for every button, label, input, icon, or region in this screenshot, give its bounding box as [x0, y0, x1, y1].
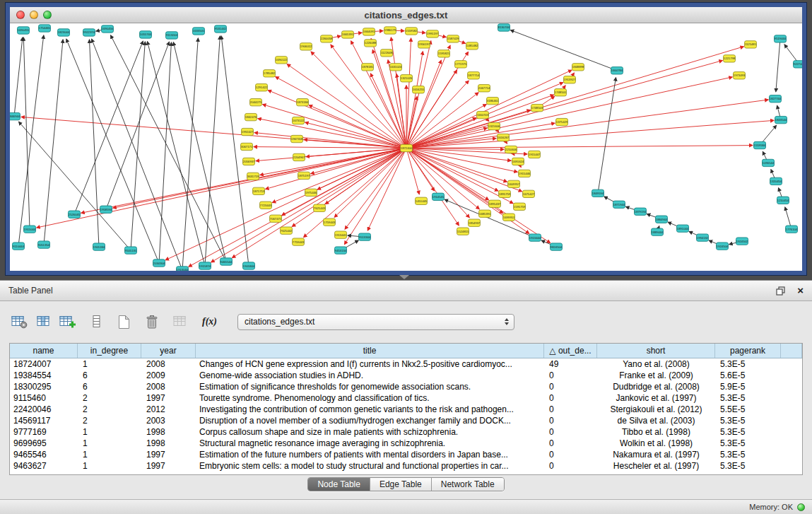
function-builder-button[interactable]: f(x) [199, 315, 220, 328]
network-node[interactable]: 1905844 [243, 262, 255, 269]
network-node[interactable]: 1958594 [100, 206, 112, 213]
network-node[interactable]: 1748503 [531, 104, 543, 111]
network-node[interactable]: 1055744 [140, 31, 152, 38]
column-header-2[interactable]: year [141, 344, 196, 358]
network-node[interactable]: 7759443 [293, 238, 305, 245]
network-node[interactable]: 1595821 [438, 50, 450, 57]
network-node[interactable]: 1915044 [24, 226, 36, 233]
network-node[interactable]: 1914545 [433, 193, 445, 200]
network-node[interactable]: 2034304 [153, 259, 165, 267]
network-node[interactable]: 9051354 [38, 241, 50, 248]
tab-node-table[interactable]: Node Table [308, 478, 370, 491]
tab-network-table[interactable]: Network Table [432, 478, 504, 491]
tab-edge-table[interactable]: Edge Table [370, 478, 432, 491]
network-node[interactable]: 1843544 [775, 116, 787, 123]
network-node[interactable]: 1846944 [10, 112, 20, 119]
network-node[interactable]: 2204967 [293, 153, 305, 160]
network-node[interactable]: 1690455 [18, 27, 30, 34]
window-zoom-button[interactable] [43, 11, 52, 19]
network-node[interactable]: 9922374 [83, 29, 95, 36]
network-node[interactable]: 1913927 [564, 76, 576, 83]
network-node[interactable]: 1849594 [592, 189, 604, 197]
network-node[interactable]: 1291422 [256, 84, 268, 91]
network-node[interactable]: 1905184 [93, 243, 105, 250]
splitter-handle[interactable] [399, 275, 409, 279]
network-node[interactable]: 1595759 [514, 203, 526, 210]
network-node[interactable]: 1321606 [488, 122, 500, 129]
table-row[interactable]: 1872400712008Changes of HCN gene express… [10, 358, 802, 370]
table-select[interactable]: citations_edges.txt [237, 314, 514, 330]
network-node[interactable]: 1878181 [362, 64, 374, 71]
network-node[interactable]: 1096544 [763, 159, 775, 166]
import-table-button[interactable] [170, 314, 192, 329]
network-node[interactable]: 1854937 [469, 219, 481, 226]
network-node[interactable]: 1913044 [177, 267, 189, 271]
network-node[interactable]: 1975446 [305, 189, 317, 196]
network-node[interactable]: 1609957 [508, 180, 520, 187]
network-node[interactable]: 1994132 [697, 234, 709, 241]
table-row[interactable]: 1938455462009Genome-wide association stu… [10, 370, 802, 381]
network-node[interactable]: 1884944 [656, 216, 668, 223]
network-node[interactable]: 1691624 [512, 158, 524, 165]
table-mode-button[interactable] [8, 314, 30, 329]
network-node[interactable]: 9465544 [220, 258, 233, 265]
table-row[interactable]: 2242004622012Investigating the contribut… [10, 404, 802, 415]
network-node[interactable]: 9110444 [13, 243, 25, 250]
network-node[interactable]: 1631024 [390, 64, 402, 71]
show-columns-button[interactable] [34, 314, 53, 329]
network-node[interactable]: 1913444 [529, 234, 541, 241]
network-node[interactable]: 8130744 [498, 24, 510, 31]
network-node[interactable]: 1913441 [335, 231, 347, 238]
table-row[interactable]: 1830029562008Estimation of significance … [10, 381, 802, 392]
window-close-button[interactable] [16, 11, 25, 19]
network-node[interactable]: 1481482 [466, 42, 478, 49]
network-node[interactable]: 2067714 [478, 85, 490, 92]
network-node[interactable]: 1633505 [193, 28, 205, 35]
network-node[interactable]: 1210454 [777, 197, 789, 204]
table-row[interactable]: 977716911998Corpus callosum shape and si… [10, 426, 802, 438]
network-node[interactable]: 1967318 [291, 135, 303, 142]
network-node[interactable]: 1664091 [363, 28, 375, 35]
network-node[interactable]: 7625442 [281, 227, 293, 234]
table-row[interactable]: 969969511998Structural magnetic resonanc… [10, 438, 802, 449]
column-header-4[interactable]: △ out_de... [544, 344, 597, 358]
table-row[interactable]: 1456911722003Disruption of a novel membe… [10, 415, 802, 426]
network-node[interactable]: 7625443 [314, 204, 326, 211]
network-node[interactable]: 1973493 [734, 72, 746, 79]
rows-button[interactable] [86, 314, 106, 329]
network-node[interactable]: 1524815 [457, 228, 469, 235]
network-node[interactable]: 1848898 [572, 64, 584, 71]
network-canvas[interactable]: 1872400190601216901221785482129142220442… [10, 23, 802, 271]
network-node[interactable]: 1754465 [39, 25, 51, 32]
network-node[interactable]: 1924502 [736, 238, 748, 245]
network-node[interactable]: 1690122 [276, 57, 288, 64]
network-node[interactable]: 1785482 [264, 70, 276, 77]
network-node[interactable]: 9824504 [551, 243, 563, 250]
network-node[interactable]: 1685391 [479, 210, 491, 217]
network-node[interactable]: 1221798 [724, 55, 736, 62]
network-node[interactable]: 1559584 [754, 141, 766, 148]
network-node[interactable]: 1895759 [499, 190, 511, 197]
network-node[interactable]: 1871944 [613, 201, 625, 208]
network-node[interactable]: 1771975 [455, 61, 467, 68]
network-node[interactable]: 9113244 [166, 32, 178, 39]
network-node[interactable]: 1321026 [401, 75, 413, 82]
network-node[interactable]: 9227444 [794, 61, 803, 68]
network-node[interactable]: 1451445 [416, 197, 428, 204]
network-node[interactable]: 2210606 [505, 146, 517, 153]
network-node[interactable]: 1675427 [523, 190, 535, 197]
network-node[interactable]: 9505135 [125, 247, 137, 254]
network-node[interactable]: 1748501 [555, 89, 567, 96]
network-node[interactable]: 1875197 [298, 172, 310, 179]
network-node[interactable]: 9519444 [775, 35, 787, 42]
network-node[interactable]: 1956197 [418, 41, 430, 48]
network-node[interactable]: 1889444 [652, 228, 664, 235]
network-node[interactable]: 9453134 [335, 247, 347, 254]
network-node[interactable]: 1871713 [253, 187, 265, 194]
window-minimize-button[interactable] [30, 11, 38, 19]
network-node[interactable]: 1587429 [447, 35, 459, 42]
network-node[interactable]: 1226088 [365, 40, 377, 47]
network-node[interactable]: 1759443 [324, 218, 336, 226]
network-node[interactable]: 1827744 [770, 95, 782, 103]
network-node[interactable]: 1122648 [381, 49, 393, 57]
